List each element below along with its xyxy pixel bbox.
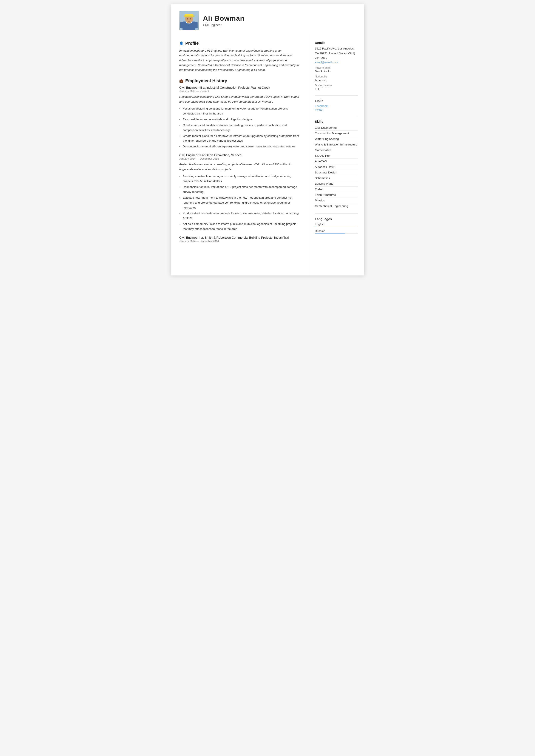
avatar xyxy=(179,11,199,30)
main-content: 👤 Profile Innovation inspired Civil Engi… xyxy=(171,35,308,275)
skill-item: Water Engineering xyxy=(315,136,358,142)
resume-body: 👤 Profile Innovation inspired Civil Engi… xyxy=(171,35,364,275)
language-bar-fill xyxy=(315,227,358,227)
language-bar xyxy=(315,234,358,234)
list-item: Create master plans for all stormwater i… xyxy=(183,134,299,144)
job-date-2: January 2014 — December 2016 xyxy=(179,157,299,160)
list-item: Design environmental efficient (green) w… xyxy=(183,144,299,149)
resume-header: Ali Bowman Civil Engineer xyxy=(171,4,364,35)
job-bullets-2: Assisting construction manager on mainly… xyxy=(179,174,299,232)
svg-rect-8 xyxy=(194,22,198,28)
profile-text: Innovation inspired Civil Engineer with … xyxy=(179,48,299,72)
skill-item: Autodesk Revit xyxy=(315,164,358,170)
skill-item: Waste & Sanitation Infrastructure xyxy=(315,142,358,148)
avatar-image xyxy=(179,11,199,30)
profile-icon: 👤 xyxy=(179,41,183,45)
job-item-2: Civil Engineer II at Orion Excavation, S… xyxy=(179,154,299,232)
skill-item: STAAD Pro xyxy=(315,153,358,158)
link-facebook[interactable]: Facebook xyxy=(315,104,358,108)
job-desc-1: Replaced Excel scheduling with Snap Sche… xyxy=(179,95,299,104)
skills-section: Skills Civil Engineering Construction Ma… xyxy=(315,120,358,209)
job-bullets-1: Focus on designing solutions for monitor… xyxy=(179,106,299,149)
pob-value: San Antonio xyxy=(315,70,358,73)
svg-rect-7 xyxy=(180,22,183,28)
job-item-1: Civil Engineer III at Industrial Constru… xyxy=(179,86,299,149)
job-title-3: Civil Engineer I at Smith & Robertson Co… xyxy=(179,236,299,239)
skill-item: Earth Structures xyxy=(315,192,358,198)
nationality-value: American xyxy=(315,78,358,82)
list-item: Focus on designing solutions for monitor… xyxy=(183,106,299,116)
languages-section: Languages English Russian xyxy=(315,217,358,234)
details-title: Details xyxy=(315,41,358,44)
skill-item: AutoCAD xyxy=(315,158,358,164)
candidate-title: Civil Engineer xyxy=(203,23,244,27)
link-twitter[interactable]: Twitter xyxy=(315,108,358,111)
details-email[interactable]: email@email.com xyxy=(315,61,338,64)
job-date-3: January 2014 — December 2014 xyxy=(179,240,299,243)
svg-point-5 xyxy=(187,18,188,19)
pob-label: Place of birth xyxy=(315,66,358,69)
header-info: Ali Bowman Civil Engineer xyxy=(203,14,244,27)
list-item: Conduct required validation studies by b… xyxy=(183,123,299,133)
sidebar: Details 1515 Pacific Ave, Los Angeles, C… xyxy=(308,35,364,275)
employment-icon: 💼 xyxy=(179,79,183,83)
skill-item: Building Plans xyxy=(315,181,358,186)
nationality-label: Nationality xyxy=(315,75,358,78)
list-item: Evaluate flow impairment to waterways in… xyxy=(183,195,299,210)
languages-title: Languages xyxy=(315,217,358,221)
skill-item: Mathematics xyxy=(315,148,358,153)
list-item: Assisting construction manager on mainly… xyxy=(183,174,299,184)
language-bar xyxy=(315,227,358,227)
list-item: Responsible for surge analysis and mitig… xyxy=(183,117,299,122)
employment-section: 💼 Employment History Civil Engineer III … xyxy=(179,78,299,243)
language-name: English xyxy=(315,222,358,226)
language-item-english: English xyxy=(315,222,358,227)
skill-item: Civil Engineering xyxy=(315,125,358,131)
language-bar-fill xyxy=(315,234,345,234)
divider-2 xyxy=(315,116,358,116)
svg-rect-4 xyxy=(183,15,194,16)
links-title: Links xyxy=(315,99,358,103)
driving-label: Driving license xyxy=(315,84,358,87)
job-date-1: January 2017 — Present xyxy=(179,90,299,93)
employment-title: 💼 Employment History xyxy=(179,78,299,83)
details-address: 1515 Pacific Ave, Los Angeles, CA 90291,… xyxy=(315,46,358,60)
divider-3 xyxy=(315,213,358,214)
driving-value: Full xyxy=(315,87,358,91)
language-item-russian: Russian xyxy=(315,229,358,234)
job-desc-2: Project lead on excavation consulting pr… xyxy=(179,162,299,172)
profile-title: 👤 Profile xyxy=(179,41,299,46)
details-section: Details 1515 Pacific Ave, Los Angeles, C… xyxy=(315,41,358,91)
list-item: Responsible for initial valuations of 10… xyxy=(183,185,299,195)
candidate-name: Ali Bowman xyxy=(203,14,244,22)
skill-item: Physics xyxy=(315,198,358,203)
skill-item: Construction Management xyxy=(315,131,358,136)
profile-section: 👤 Profile Innovation inspired Civil Engi… xyxy=(179,41,299,72)
skill-item: Schematics xyxy=(315,175,358,181)
job-title-1: Civil Engineer III at Industrial Constru… xyxy=(179,86,299,89)
resume-document: Ali Bowman Civil Engineer 👤 Profile Inno… xyxy=(171,4,364,275)
language-name: Russian xyxy=(315,229,358,233)
divider-1 xyxy=(315,95,358,96)
links-section: Links Facebook Twitter xyxy=(315,99,358,111)
svg-point-6 xyxy=(190,18,191,19)
skill-item: Etabs xyxy=(315,186,358,192)
job-item-3: Civil Engineer I at Smith & Robertson Co… xyxy=(179,236,299,243)
skill-item: Structural Design xyxy=(315,170,358,175)
job-title-2: Civil Engineer II at Orion Excavation, S… xyxy=(179,154,299,157)
list-item: Act as a community liaison to inform pub… xyxy=(183,222,299,232)
skill-item: Geotechnical Engineering xyxy=(315,203,358,209)
list-item: Produce draft cost estimation reports fo… xyxy=(183,211,299,221)
skills-title: Skills xyxy=(315,120,358,123)
